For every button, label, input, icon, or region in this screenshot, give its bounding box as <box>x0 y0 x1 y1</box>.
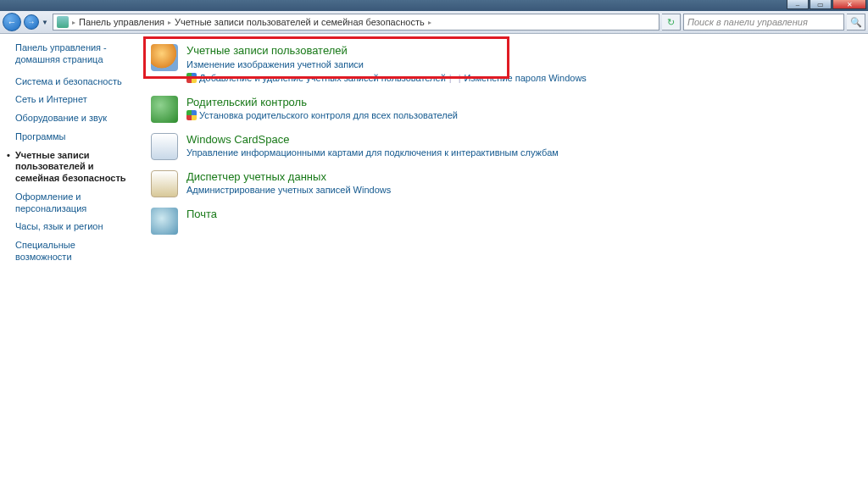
sidebar: Панель управления - домашняя страница Си… <box>0 34 141 488</box>
category-sublinks: Установка родительского контроля для все… <box>186 108 458 123</box>
breadcrumb-root[interactable]: Панель управления <box>79 17 164 27</box>
category-sublink[interactable]: Управление информационными картами для п… <box>186 147 559 158</box>
category-title[interactable]: Windows CardSpace <box>186 133 559 147</box>
window-buttons: – ▭ ✕ <box>786 0 866 11</box>
nav-history-dropdown[interactable]: ▼ <box>42 19 50 26</box>
main-content: Учетные записи пользователейИзменение из… <box>141 34 868 488</box>
sidebar-item-4[interactable]: Учетные записи пользователей и семейная … <box>15 150 134 185</box>
refresh-button[interactable]: ↻ <box>662 14 681 30</box>
sidebar-item-2[interactable]: Оборудование и звук <box>15 113 134 125</box>
titlebar: – ▭ ✕ <box>0 0 868 11</box>
category-title[interactable]: Учетные записи пользователей <box>186 44 587 58</box>
cred-icon <box>151 170 178 197</box>
breadcrumb-sep: ▸ <box>72 19 75 26</box>
category-title[interactable]: Почта <box>186 208 217 221</box>
category-users: Учетные записи пользователейИзменение из… <box>141 39 868 91</box>
category-sublinks: Изменение изображения учетной записиДоба… <box>186 58 587 86</box>
shield-icon <box>186 73 197 83</box>
watermark-tag: club <box>807 447 861 458</box>
minimize-button[interactable]: – <box>787 0 809 9</box>
category-sublink[interactable]: Изменение пароля Windows <box>465 73 587 83</box>
nav-forward-button[interactable]: → <box>24 14 39 30</box>
parent-icon <box>151 96 178 123</box>
category-mail: Почта <box>141 202 868 240</box>
watermark-brand: Sovet <box>807 458 861 484</box>
sidebar-item-6[interactable]: Часы, язык и регион <box>15 221 134 233</box>
navbar: ← → ▼ ▸ Панель управления ▸ Учетные запи… <box>0 11 868 34</box>
category-sublink[interactable]: Изменение изображения учетной записи <box>186 59 364 69</box>
maximize-button[interactable]: ▭ <box>810 0 832 9</box>
category-sublink[interactable]: Администрирование учетных записей Window… <box>186 185 391 195</box>
shield-icon <box>186 110 197 120</box>
sidebar-item-5[interactable]: Оформление и персонализация <box>15 191 134 215</box>
category-title[interactable]: Родительский контроль <box>186 96 458 109</box>
category-card: Windows CardSpaceУправление информационн… <box>141 128 868 165</box>
search-input[interactable]: Поиск в панели управления <box>683 14 844 30</box>
close-button[interactable]: ✕ <box>832 0 866 9</box>
sidebar-item-7[interactable]: Специальные возможности <box>15 240 134 263</box>
breadcrumb-sep: ▸ <box>168 19 171 26</box>
category-sublink[interactable]: Установка родительского контроля для все… <box>186 110 458 120</box>
category-title[interactable]: Диспетчер учетных данных <box>186 170 391 184</box>
sidebar-home-link[interactable]: Панель управления - домашняя страница <box>15 42 134 66</box>
control-panel-icon <box>57 16 69 28</box>
card-icon <box>151 133 178 160</box>
nav-back-button[interactable]: ← <box>3 13 21 31</box>
sidebar-item-1[interactable]: Сеть и Интернет <box>15 94 134 106</box>
control-panel-body: Панель управления - домашняя страница Си… <box>0 34 868 488</box>
category-sublinks: Управление информационными картами для п… <box>186 146 559 160</box>
breadcrumb-sep: ▸ <box>428 19 431 26</box>
sidebar-item-3[interactable]: Программы <box>15 131 134 143</box>
users-icon <box>151 44 178 71</box>
breadcrumb-current[interactable]: Учетные записи пользователей и семейная … <box>175 17 425 27</box>
category-sublink[interactable]: Добавление и удаление учетных записей по… <box>186 73 446 83</box>
category-cred: Диспетчер учетных данныхАдминистрировани… <box>141 165 868 202</box>
search-button[interactable]: 🔍 <box>847 14 865 30</box>
watermark: club Sovet <box>807 452 861 485</box>
mail-icon <box>151 208 178 235</box>
address-bar[interactable]: ▸ Панель управления ▸ Учетные записи пол… <box>53 14 659 30</box>
category-parent: Родительский контрольУстановка родительс… <box>141 91 868 128</box>
category-sublinks: Администрирование учетных записей Window… <box>186 183 391 197</box>
sidebar-item-0[interactable]: Система и безопасность <box>15 76 134 88</box>
